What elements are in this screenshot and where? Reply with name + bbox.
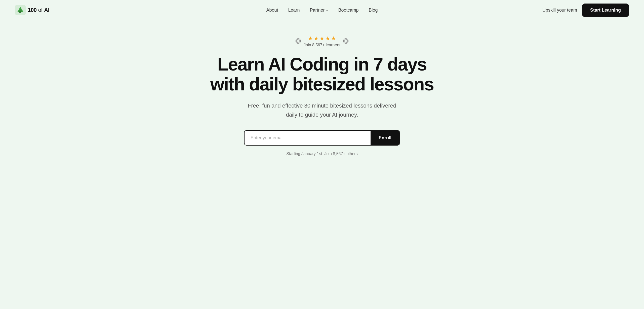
email-form: Enroll [244,130,400,146]
star-2: ★ [314,35,319,42]
laurel-left-icon: ❂ [295,38,301,45]
starting-info-text: Starting January 1st. Join 8,567+ others [286,152,357,156]
navbar: 100 of AI About Learn Partner ⌄ Bootcamp… [0,0,644,20]
star-rating: ★ ★ ★ ★ ★ [308,35,336,42]
hero-subtitle: Free, fun and effective 30 minute bitesi… [244,101,400,119]
start-learning-button[interactable]: Start Learning [582,4,629,17]
star-4: ★ [325,35,330,42]
learners-count-text: Join 8,567+ learners [304,43,340,47]
star-5: ★ [331,35,336,42]
logo-text: 100 of AI [28,7,50,13]
hero-section: ❂ ★ ★ ★ ★ ★ Join 8,567+ learners ❂ Learn… [0,20,644,176]
nav-bootcamp[interactable]: Bootcamp [334,6,363,15]
nav-about[interactable]: About [262,6,282,15]
nav-learn[interactable]: Learn [284,6,304,15]
upskill-team-link[interactable]: Upskill your team [542,8,577,13]
svg-rect-3 [19,11,21,13]
nav-blog[interactable]: Blog [365,6,382,15]
logo-icon [15,5,26,15]
email-input[interactable] [245,131,371,145]
navbar-right: Upskill your team Start Learning [542,4,629,17]
nav-partner[interactable]: Partner ⌄ [306,6,332,15]
logo-area[interactable]: 100 of AI [15,5,50,15]
social-proof-row: ❂ ★ ★ ★ ★ ★ Join 8,567+ learners ❂ [295,35,348,47]
enroll-button[interactable]: Enroll [371,131,399,145]
chevron-down-icon: ⌄ [326,8,328,12]
star-3: ★ [319,35,325,42]
navbar-center: About Learn Partner ⌄ Bootcamp Blog [262,6,382,15]
laurel-right-icon: ❂ [343,38,349,45]
stars-container: ★ ★ ★ ★ ★ Join 8,567+ learners [304,35,340,47]
hero-title: Learn AI Coding in 7 days with daily bit… [209,54,435,94]
star-1: ★ [308,35,313,42]
